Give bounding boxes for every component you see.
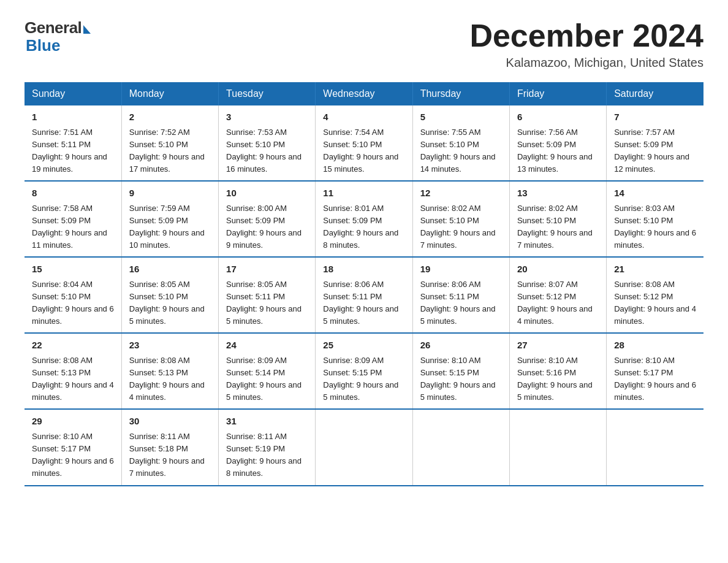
day-number: 21 xyxy=(614,262,696,277)
day-cell: 4Sunrise: 7:54 AMSunset: 5:10 PMDaylight… xyxy=(316,105,412,181)
day-cell: 12Sunrise: 8:02 AMSunset: 5:10 PMDayligh… xyxy=(412,181,509,257)
day-cell: 17Sunrise: 8:05 AMSunset: 5:11 PMDayligh… xyxy=(219,257,316,333)
day-number: 25 xyxy=(323,339,404,353)
day-cell: 16Sunrise: 8:05 AMSunset: 5:10 PMDayligh… xyxy=(121,257,218,333)
day-cell xyxy=(412,409,509,485)
day-info: Sunrise: 8:10 AMSunset: 5:17 PMDaylight:… xyxy=(32,431,114,480)
week-row-3: 15Sunrise: 8:04 AMSunset: 5:10 PMDayligh… xyxy=(25,257,703,333)
day-cell: 27Sunrise: 8:10 AMSunset: 5:16 PMDayligh… xyxy=(509,333,606,409)
day-number: 19 xyxy=(420,262,502,277)
day-info: Sunrise: 8:11 AMSunset: 5:18 PMDaylight:… xyxy=(129,431,211,480)
day-info: Sunrise: 7:55 AMSunset: 5:10 PMDaylight:… xyxy=(420,126,502,176)
week-row-5: 29Sunrise: 8:10 AMSunset: 5:17 PMDayligh… xyxy=(25,409,703,485)
day-number: 2 xyxy=(129,110,211,124)
day-info: Sunrise: 8:06 AMSunset: 5:11 PMDaylight:… xyxy=(323,278,404,328)
header-sunday: Sunday xyxy=(25,82,121,105)
day-number: 15 xyxy=(32,262,114,277)
day-cell: 21Sunrise: 8:08 AMSunset: 5:12 PMDayligh… xyxy=(607,257,703,333)
day-cell: 18Sunrise: 8:06 AMSunset: 5:11 PMDayligh… xyxy=(316,257,412,333)
day-info: Sunrise: 7:56 AMSunset: 5:09 PMDaylight:… xyxy=(517,126,599,176)
logo-general-text: General xyxy=(25,18,82,37)
day-cell: 30Sunrise: 8:11 AMSunset: 5:18 PMDayligh… xyxy=(121,409,218,485)
day-number: 8 xyxy=(32,186,114,201)
day-info: Sunrise: 8:07 AMSunset: 5:12 PMDaylight:… xyxy=(517,278,599,328)
day-number: 14 xyxy=(614,186,696,201)
day-cell: 7Sunrise: 7:57 AMSunset: 5:09 PMDaylight… xyxy=(607,105,703,181)
day-info: Sunrise: 7:57 AMSunset: 5:09 PMDaylight:… xyxy=(614,126,696,176)
day-info: Sunrise: 8:03 AMSunset: 5:10 PMDaylight:… xyxy=(614,202,696,252)
day-cell: 10Sunrise: 8:00 AMSunset: 5:09 PMDayligh… xyxy=(219,181,316,257)
day-cell: 2Sunrise: 7:52 AMSunset: 5:10 PMDaylight… xyxy=(121,105,218,181)
week-row-4: 22Sunrise: 8:08 AMSunset: 5:13 PMDayligh… xyxy=(25,333,703,409)
day-cell: 22Sunrise: 8:08 AMSunset: 5:13 PMDayligh… xyxy=(25,333,121,409)
day-cell: 20Sunrise: 8:07 AMSunset: 5:12 PMDayligh… xyxy=(509,257,606,333)
day-cell: 6Sunrise: 7:56 AMSunset: 5:09 PMDaylight… xyxy=(509,105,606,181)
logo-arrow-icon xyxy=(83,25,91,34)
header-saturday: Saturday xyxy=(607,82,703,105)
header-wednesday: Wednesday xyxy=(316,82,412,105)
day-cell: 13Sunrise: 8:02 AMSunset: 5:10 PMDayligh… xyxy=(509,181,606,257)
subtitle: Kalamazoo, Michigan, United States xyxy=(469,56,703,70)
day-cell: 9Sunrise: 7:59 AMSunset: 5:09 PMDaylight… xyxy=(121,181,218,257)
day-number: 3 xyxy=(226,110,308,124)
day-info: Sunrise: 8:08 AMSunset: 5:12 PMDaylight:… xyxy=(614,278,696,328)
header-thursday: Thursday xyxy=(412,82,509,105)
day-number: 27 xyxy=(517,339,599,353)
main-title: December 2024 xyxy=(469,18,703,53)
day-cell: 25Sunrise: 8:09 AMSunset: 5:15 PMDayligh… xyxy=(316,333,412,409)
day-cell xyxy=(509,409,606,485)
day-info: Sunrise: 8:10 AMSunset: 5:15 PMDaylight:… xyxy=(420,354,502,404)
day-number: 31 xyxy=(226,415,308,429)
day-cell: 23Sunrise: 8:08 AMSunset: 5:13 PMDayligh… xyxy=(121,333,218,409)
day-number: 29 xyxy=(32,415,114,429)
day-number: 11 xyxy=(323,186,404,201)
day-number: 7 xyxy=(614,110,696,124)
day-info: Sunrise: 8:01 AMSunset: 5:09 PMDaylight:… xyxy=(323,202,404,252)
day-cell: 8Sunrise: 7:58 AMSunset: 5:09 PMDaylight… xyxy=(25,181,121,257)
day-number: 5 xyxy=(420,110,502,124)
day-cell: 26Sunrise: 8:10 AMSunset: 5:15 PMDayligh… xyxy=(412,333,509,409)
day-info: Sunrise: 7:54 AMSunset: 5:10 PMDaylight:… xyxy=(323,126,404,176)
day-number: 18 xyxy=(323,262,404,277)
header-monday: Monday xyxy=(121,82,218,105)
day-info: Sunrise: 8:09 AMSunset: 5:14 PMDaylight:… xyxy=(226,354,308,404)
day-info: Sunrise: 8:02 AMSunset: 5:10 PMDaylight:… xyxy=(517,202,599,252)
day-info: Sunrise: 8:00 AMSunset: 5:09 PMDaylight:… xyxy=(226,202,308,252)
day-cell: 3Sunrise: 7:53 AMSunset: 5:10 PMDaylight… xyxy=(219,105,316,181)
week-row-2: 8Sunrise: 7:58 AMSunset: 5:09 PMDaylight… xyxy=(25,181,703,257)
day-info: Sunrise: 8:08 AMSunset: 5:13 PMDaylight:… xyxy=(129,354,211,404)
day-cell: 24Sunrise: 8:09 AMSunset: 5:14 PMDayligh… xyxy=(219,333,316,409)
day-number: 24 xyxy=(226,339,308,353)
day-number: 22 xyxy=(32,339,114,353)
day-info: Sunrise: 7:52 AMSunset: 5:10 PMDaylight:… xyxy=(129,126,211,176)
day-info: Sunrise: 8:05 AMSunset: 5:11 PMDaylight:… xyxy=(226,278,308,328)
day-number: 4 xyxy=(323,110,404,124)
day-number: 12 xyxy=(420,186,502,201)
day-cell: 5Sunrise: 7:55 AMSunset: 5:10 PMDaylight… xyxy=(412,105,509,181)
day-info: Sunrise: 8:02 AMSunset: 5:10 PMDaylight:… xyxy=(420,202,502,252)
logo: General Blue xyxy=(25,18,91,55)
day-cell: 11Sunrise: 8:01 AMSunset: 5:09 PMDayligh… xyxy=(316,181,412,257)
day-info: Sunrise: 8:04 AMSunset: 5:10 PMDaylight:… xyxy=(32,278,114,328)
day-cell: 15Sunrise: 8:04 AMSunset: 5:10 PMDayligh… xyxy=(25,257,121,333)
day-info: Sunrise: 7:51 AMSunset: 5:11 PMDaylight:… xyxy=(32,126,114,176)
day-number: 10 xyxy=(226,186,308,201)
day-number: 26 xyxy=(420,339,502,353)
day-cell: 29Sunrise: 8:10 AMSunset: 5:17 PMDayligh… xyxy=(25,409,121,485)
day-info: Sunrise: 8:11 AMSunset: 5:19 PMDaylight:… xyxy=(226,431,308,480)
day-cell: 14Sunrise: 8:03 AMSunset: 5:10 PMDayligh… xyxy=(607,181,703,257)
day-number: 16 xyxy=(129,262,211,277)
day-number: 13 xyxy=(517,186,599,201)
day-number: 1 xyxy=(32,110,114,124)
day-info: Sunrise: 8:09 AMSunset: 5:15 PMDaylight:… xyxy=(323,354,404,404)
day-cell: 28Sunrise: 8:10 AMSunset: 5:17 PMDayligh… xyxy=(607,333,703,409)
title-area: December 2024 Kalamazoo, Michigan, Unite… xyxy=(469,18,703,70)
day-info: Sunrise: 8:06 AMSunset: 5:11 PMDaylight:… xyxy=(420,278,502,328)
header-friday: Friday xyxy=(509,82,606,105)
day-info: Sunrise: 8:10 AMSunset: 5:16 PMDaylight:… xyxy=(517,354,599,404)
day-cell: 19Sunrise: 8:06 AMSunset: 5:11 PMDayligh… xyxy=(412,257,509,333)
day-cell xyxy=(607,409,703,485)
day-info: Sunrise: 8:10 AMSunset: 5:17 PMDaylight:… xyxy=(614,354,696,404)
calendar-table: SundayMondayTuesdayWednesdayThursdayFrid… xyxy=(25,82,703,486)
day-info: Sunrise: 7:58 AMSunset: 5:09 PMDaylight:… xyxy=(32,202,114,252)
